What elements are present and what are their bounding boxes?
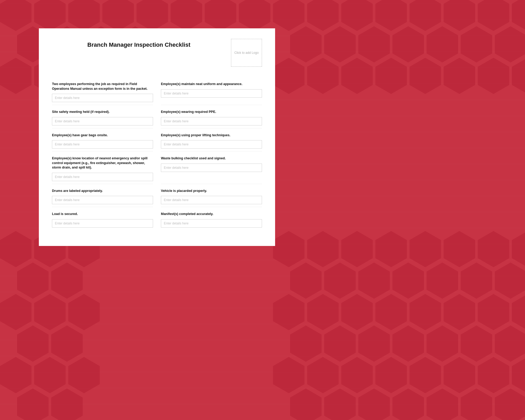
form-item-3-right: Employee(s) using proper lifting techniq… <box>161 128 262 151</box>
form-input-1-right[interactable] <box>161 89 262 98</box>
form-input-4-right[interactable] <box>161 164 262 172</box>
form-item-5-left: Drums are labeled appropriately. <box>52 184 153 207</box>
form-item-6-left: Load is secured. <box>52 207 153 230</box>
form-label-1-left: Two employees performing the job as requ… <box>52 82 153 91</box>
form-label-3-right: Employee(s) using proper lifting techniq… <box>161 133 262 138</box>
form-input-2-right[interactable] <box>161 117 262 125</box>
page-title: Branch Manager Inspection Checklist <box>52 39 226 48</box>
form-input-5-right[interactable] <box>161 196 262 204</box>
logo-upload-area[interactable]: Click to add Logo <box>231 39 262 67</box>
form-header: Branch Manager Inspection Checklist Clic… <box>52 39 262 67</box>
form-label-2-right: Employee(s) wearing required PPE. <box>161 110 262 114</box>
form-item-2-left: Site safety meeting held (if required). <box>52 105 153 128</box>
form-label-6-right: Manifest(s) completed accurately. <box>161 212 262 217</box>
form-item-3-left: Employee(s) have gear bags onsite. <box>52 128 153 151</box>
form-input-4-left[interactable] <box>52 173 153 181</box>
form-item-1-right: Employee(s) maintain neat uniform and ap… <box>161 77 262 105</box>
form-label-4-right: Waste bulking checklist used and signed. <box>161 156 262 161</box>
form-label-5-left: Drums are labeled appropriately. <box>52 189 153 193</box>
form-grid: Two employees performing the job as requ… <box>52 77 262 230</box>
form-label-3-left: Employee(s) have gear bags onsite. <box>52 133 153 138</box>
form-item-4-right: Waste bulking checklist used and signed. <box>161 151 262 184</box>
form-item-5-right: Vehicle is placarded properly. <box>161 184 262 207</box>
form-item-4-left: Employee(s) know location of nearest eme… <box>52 151 153 184</box>
form-label-1-right: Employee(s) maintain neat uniform and ap… <box>161 82 262 87</box>
form-input-3-right[interactable] <box>161 140 262 149</box>
form-item-6-right: Manifest(s) completed accurately. <box>161 207 262 230</box>
form-label-6-left: Load is secured. <box>52 212 153 217</box>
form-input-5-left[interactable] <box>52 196 153 204</box>
form-input-2-left[interactable] <box>52 117 153 125</box>
form-label-5-right: Vehicle is placarded properly. <box>161 189 262 193</box>
form-item-2-right: Employee(s) wearing required PPE. <box>161 105 262 128</box>
form-input-3-left[interactable] <box>52 140 153 149</box>
form-input-1-left[interactable] <box>52 94 153 102</box>
logo-placeholder-text: Click to add Logo <box>233 50 260 56</box>
form-label-4-left: Employee(s) know location of nearest eme… <box>52 156 153 170</box>
form-page: Branch Manager Inspection Checklist Clic… <box>39 28 275 246</box>
form-input-6-right[interactable] <box>161 219 262 228</box>
form-item-1-left: Two employees performing the job as requ… <box>52 77 153 105</box>
form-label-2-left: Site safety meeting held (if required). <box>52 110 153 114</box>
form-input-6-left[interactable] <box>52 219 153 228</box>
